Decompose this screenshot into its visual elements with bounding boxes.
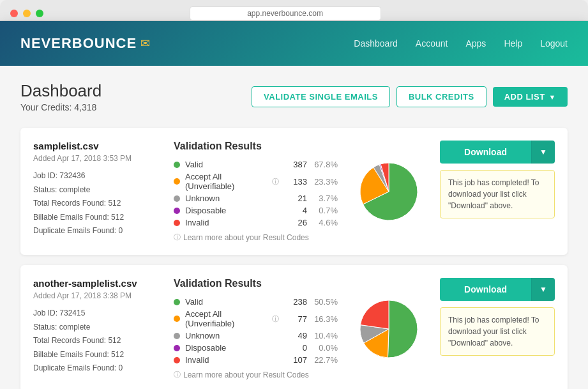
job-id: Job ID: 732415 <box>33 307 161 321</box>
add-list-button[interactable]: ADD LIST ▼ <box>493 87 568 107</box>
result-row: Disposable 4 0.7% <box>174 206 338 215</box>
job-info: another-samplelist.csv Added Apr 17, 201… <box>33 278 161 379</box>
credits-label: Your Credits: <box>20 102 72 112</box>
browser-close-dot[interactable] <box>10 10 18 17</box>
page-title: Dashboard <box>20 81 102 101</box>
result-count: 238 <box>284 297 307 307</box>
job-results: Validation Results Valid 238 50.5% Accep… <box>174 278 338 379</box>
nav-help[interactable]: Help <box>504 38 522 49</box>
learn-more-text: Learn more about your Result Codes <box>183 233 309 242</box>
job-download: Download ▼ This job has completed! To do… <box>440 278 555 379</box>
result-pct: 50.5% <box>312 297 338 307</box>
download-btn-group: Download ▼ <box>440 141 555 164</box>
info-icon[interactable]: ⓘ <box>272 314 279 324</box>
main-nav: Dashboard Account Apps Help Logout <box>354 38 568 49</box>
nav-dashboard[interactable]: Dashboard <box>354 38 398 49</box>
result-label: Accept All (Unverifiable)ⓘ <box>185 309 279 328</box>
result-row: Unknown 21 3.7% <box>174 194 338 203</box>
bulk-credits-button[interactable]: BULK CREDITS <box>396 86 486 107</box>
job-download: Download ▼ This job has completed! To do… <box>440 141 555 242</box>
download-button[interactable]: Download <box>440 278 531 301</box>
results-title: Validation Results <box>174 141 338 152</box>
result-dot <box>174 162 180 168</box>
app-wrapper: NEVERBOUNCE ✉ Dashboard Account Apps Hel… <box>0 21 588 389</box>
result-row: Accept All (Unverifiable)ⓘ 77 16.3% <box>174 309 338 328</box>
job-status: Status: complete <box>33 321 161 335</box>
logo-text: NEVERBOUNCE <box>20 35 137 52</box>
browser-address-bar[interactable]: app.neverbounce.com <box>190 6 381 20</box>
result-count: 21 <box>284 194 307 203</box>
results-title: Validation Results <box>174 278 338 289</box>
download-button[interactable]: Download <box>440 141 531 164</box>
browser-maximize-dot[interactable] <box>36 10 43 17</box>
learn-more-text: Learn more about your Result Codes <box>183 370 309 379</box>
nav-apps[interactable]: Apps <box>465 38 486 49</box>
logo: NEVERBOUNCE ✉ <box>20 35 150 52</box>
result-label: Invalid <box>185 218 279 227</box>
result-count: 107 <box>284 355 307 365</box>
result-dot <box>174 357 180 363</box>
dashboard-actions: VALIDATE SINGLE EMAILS BULK CREDITS ADD … <box>252 86 568 107</box>
job-added: Added Apr 17, 2018 3:38 PM <box>33 291 161 300</box>
job-filename: another-samplelist.csv <box>33 278 161 289</box>
result-label: Disposable <box>185 343 279 353</box>
result-dot <box>174 178 180 185</box>
result-count: 77 <box>284 314 307 324</box>
result-pct: 23.3% <box>312 177 338 187</box>
dashboard-header: Dashboard Your Credits: 4,318 VALIDATE S… <box>20 81 568 112</box>
result-row: Unknown 49 10.4% <box>174 331 338 340</box>
download-dropdown-button[interactable]: ▼ <box>531 141 555 164</box>
job-chart <box>351 141 427 242</box>
result-label: Unknown <box>185 331 279 340</box>
job-total-records: Total Records Found: 512 <box>33 197 161 211</box>
job-duplicate-emails: Duplicate Emails Found: 0 <box>33 362 161 376</box>
result-pct: 3.7% <box>312 194 338 203</box>
browser-chrome: app.neverbounce.com <box>0 0 588 21</box>
learn-more-link[interactable]: ⓘ Learn more about your Result Codes <box>174 370 338 379</box>
nav-account[interactable]: Account <box>416 38 448 49</box>
result-pct: 22.7% <box>312 355 338 365</box>
result-dot <box>174 208 180 214</box>
validate-single-button[interactable]: VALIDATE SINGLE EMAILS <box>252 86 390 107</box>
job-added: Added Apr 17, 2018 3:53 PM <box>33 154 161 163</box>
browser-minimize-dot[interactable] <box>23 10 31 17</box>
download-note: This job has completed! To download your… <box>440 170 555 218</box>
result-dot <box>174 195 180 202</box>
result-label: Valid <box>185 160 279 169</box>
job-meta: Job ID: 732436 Status: complete Total Re… <box>33 169 161 238</box>
result-pct: 67.8% <box>312 160 338 169</box>
result-row: Accept All (Unverifiable)ⓘ 133 23.3% <box>174 172 338 191</box>
info-icon[interactable]: ⓘ <box>272 177 279 187</box>
info-icon: ⓘ <box>174 233 181 242</box>
info-icon: ⓘ <box>174 370 181 379</box>
jobs-container: samplelist.csv Added Apr 17, 2018 3:53 P… <box>20 128 568 389</box>
credits-display: Your Credits: 4,318 <box>20 102 102 112</box>
download-note: This job has completed! To download your… <box>440 307 555 356</box>
result-label: Accept All (Unverifiable)ⓘ <box>185 172 279 191</box>
logo-icon: ✉ <box>140 36 150 50</box>
result-count: 4 <box>284 206 307 215</box>
learn-more-link[interactable]: ⓘ Learn more about your Result Codes <box>174 233 338 242</box>
dashboard-title-section: Dashboard Your Credits: 4,318 <box>20 81 102 112</box>
result-pct: 4.6% <box>312 218 338 227</box>
job-billable-emails: Billable Emails Found: 512 <box>33 348 161 362</box>
result-label: Invalid <box>185 355 279 365</box>
job-billable-emails: Billable Emails Found: 512 <box>33 211 161 225</box>
result-dot <box>174 345 180 351</box>
job-duplicate-emails: Duplicate Emails Found: 0 <box>33 224 161 238</box>
result-row: Disposable 0 0.0% <box>174 343 338 353</box>
credits-value: 4,318 <box>74 102 96 112</box>
result-label: Disposable <box>185 206 279 215</box>
job-card: samplelist.csv Added Apr 17, 2018 3:53 P… <box>20 128 568 255</box>
result-label: Valid <box>185 297 279 307</box>
result-dot <box>174 220 180 226</box>
result-count: 133 <box>284 177 307 187</box>
add-list-label: ADD LIST <box>504 92 545 102</box>
download-btn-group: Download ▼ <box>440 278 555 301</box>
nav-logout[interactable]: Logout <box>540 38 568 49</box>
pie-chart <box>357 160 421 224</box>
download-dropdown-button[interactable]: ▼ <box>531 278 555 301</box>
result-row: Valid 238 50.5% <box>174 297 338 307</box>
result-pct: 10.4% <box>312 331 338 340</box>
result-pct: 0.7% <box>312 206 338 215</box>
